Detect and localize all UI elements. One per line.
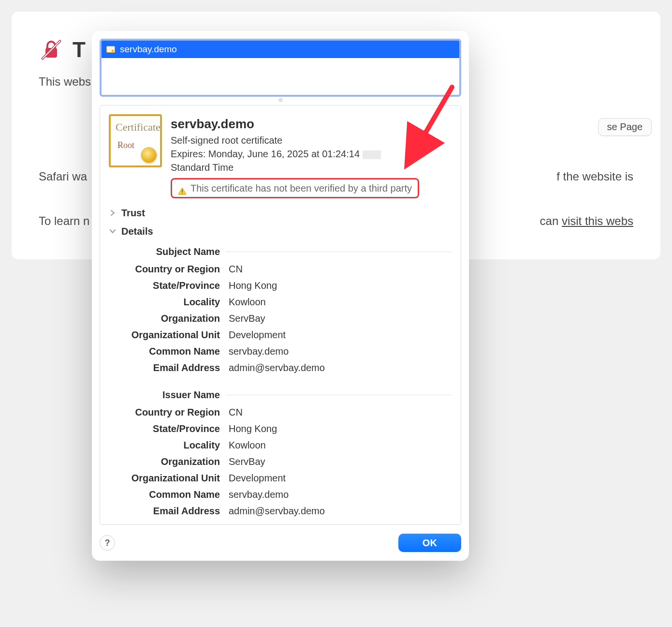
svg-point-4 xyxy=(112,50,114,52)
certificate-details-panel: Certificate Root servbay.demo Self-signe… xyxy=(100,105,461,525)
certificate-kind: Self-signed root certificate xyxy=(171,134,419,147)
ok-button[interactable]: OK xyxy=(398,534,461,552)
warning-icon xyxy=(178,184,187,192)
certificate-timezone: Standard Time xyxy=(171,161,419,174)
help-button[interactable]: ? xyxy=(100,535,115,551)
certificate-warning: This certificate has not been verified b… xyxy=(171,178,419,198)
issuer-name-fields: Country or RegionCN State/ProvinceHong K… xyxy=(109,405,452,518)
subject-name-fields: Country or RegionCN State/ProvinceHong K… xyxy=(109,262,452,374)
issuer-name-header: Issuer Name xyxy=(109,388,452,402)
trust-disclosure[interactable]: Trust xyxy=(109,206,452,220)
certificate-dialog: servbay.demo Certificate Root servbay.de… xyxy=(92,31,469,561)
redacted-text xyxy=(363,150,381,159)
list-resize-handle[interactable] xyxy=(100,98,461,102)
certificate-expiry: Expires: Monday, June 16, 2025 at 01:24:… xyxy=(171,147,419,161)
svg-rect-5 xyxy=(182,190,183,192)
close-page-button[interactable]: se Page xyxy=(598,118,652,136)
certificate-list-item-label: servbay.demo xyxy=(120,43,177,56)
insecure-lock-icon xyxy=(39,37,64,62)
chevron-right-icon xyxy=(109,209,117,217)
certificate-badge-icon: Certificate Root xyxy=(109,114,162,167)
certificate-list[interactable]: servbay.demo xyxy=(100,39,461,97)
svg-point-6 xyxy=(182,193,183,194)
svg-rect-3 xyxy=(107,46,115,53)
certificate-list-item[interactable]: servbay.demo xyxy=(102,41,459,58)
visit-website-link[interactable]: visit this webs xyxy=(562,214,633,227)
page-title: T xyxy=(73,35,86,65)
chevron-down-icon xyxy=(109,227,117,235)
subject-name-header: Subject Name xyxy=(109,245,452,258)
certificate-icon xyxy=(106,46,115,53)
certificate-title: servbay.demo xyxy=(171,115,419,133)
details-disclosure[interactable]: Details xyxy=(109,224,452,238)
